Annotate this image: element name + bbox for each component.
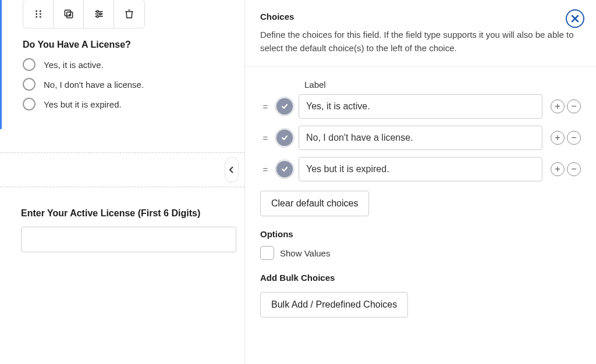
close-button[interactable] — [566, 9, 584, 28]
svg-point-14 — [99, 13, 101, 15]
default-check-toggle[interactable] — [276, 130, 293, 146]
form-preview-pane: Do You Have A License? Yes, it is active… — [0, 0, 244, 364]
default-check-toggle[interactable] — [276, 161, 293, 177]
check-icon — [281, 134, 289, 142]
radio-option[interactable]: No, I don't have a license. — [23, 78, 244, 91]
add-choice-button[interactable]: + — [551, 99, 565, 113]
svg-point-5 — [39, 16, 41, 18]
svg-point-13 — [96, 10, 98, 12]
delete-button[interactable] — [114, 0, 144, 28]
panel-description: Define the choices for this field. If th… — [260, 28, 581, 55]
default-check-toggle[interactable] — [276, 98, 293, 115]
bulk-add-button[interactable]: Bulk Add / Predefined Choices — [260, 292, 408, 317]
svg-point-15 — [96, 16, 98, 17]
bulk-section-label: Add Bulk Choices — [260, 273, 581, 283]
choice-label-input[interactable] — [299, 94, 542, 119]
chevron-left-icon — [229, 166, 235, 173]
add-choice-button[interactable]: + — [551, 162, 565, 176]
duplicate-icon — [63, 8, 74, 20]
license-input[interactable] — [21, 227, 236, 252]
choices-header-row: Label — [260, 80, 581, 90]
svg-point-3 — [39, 13, 41, 15]
remove-choice-button[interactable]: − — [567, 162, 581, 176]
choice-row: = + − — [260, 126, 581, 150]
spacer-dropzone[interactable] — [0, 152, 244, 187]
choice-row: = + − — [260, 157, 581, 181]
grip-icon — [33, 8, 44, 20]
field-toolbar — [23, 0, 145, 28]
svg-point-2 — [36, 13, 37, 15]
choices-settings-panel: Choices Define the choices for this fiel… — [244, 0, 596, 364]
add-choice-button[interactable]: + — [551, 131, 565, 145]
options-section-label: Options — [260, 229, 581, 239]
clear-default-choices-button[interactable]: Clear default choices — [260, 191, 369, 216]
radio-icon — [23, 78, 36, 91]
trash-icon — [123, 8, 135, 20]
radio-icon — [23, 98, 36, 110]
radio-label: Yes but it is expired. — [44, 99, 122, 109]
choice-label-input[interactable] — [299, 157, 542, 181]
divider — [245, 66, 596, 67]
close-icon — [571, 15, 579, 23]
selected-field-block: Do You Have A License? Yes, it is active… — [0, 0, 244, 129]
check-icon — [281, 102, 289, 110]
text-field-block: Enter Your Active License (First 6 Digit… — [0, 187, 244, 252]
choice-row: = + − — [260, 94, 581, 119]
collapse-handle[interactable] — [225, 157, 239, 183]
show-values-row: Show Values — [260, 246, 581, 260]
drag-handle-icon[interactable]: = — [260, 165, 271, 174]
field-question-label: Do You Have A License? — [23, 40, 244, 50]
panel-title: Choices — [260, 12, 581, 22]
check-icon — [281, 165, 289, 173]
svg-point-4 — [36, 16, 37, 18]
text-field-label: Enter Your Active License (First 6 Digit… — [21, 208, 244, 219]
label-column-header: Label — [304, 80, 326, 90]
settings-button[interactable] — [84, 0, 114, 28]
radio-label: No, I don't have a license. — [44, 80, 144, 90]
remove-choice-button[interactable]: − — [567, 99, 581, 113]
duplicate-button[interactable] — [54, 0, 84, 28]
drag-handle-icon[interactable]: = — [260, 102, 271, 112]
remove-choice-button[interactable]: − — [567, 131, 581, 145]
show-values-label: Show Values — [280, 248, 330, 258]
radio-label: Yes, it is active. — [44, 60, 104, 70]
drag-handle-button[interactable] — [23, 0, 54, 28]
radio-icon — [23, 58, 36, 71]
svg-point-0 — [36, 10, 37, 12]
show-values-checkbox[interactable] — [260, 246, 274, 260]
svg-point-1 — [39, 10, 41, 12]
radio-option[interactable]: Yes but it is expired. — [23, 98, 244, 110]
drag-handle-icon[interactable]: = — [260, 133, 271, 143]
choice-label-input[interactable] — [299, 126, 542, 150]
radio-option[interactable]: Yes, it is active. — [23, 58, 244, 71]
sliders-icon — [93, 8, 105, 20]
